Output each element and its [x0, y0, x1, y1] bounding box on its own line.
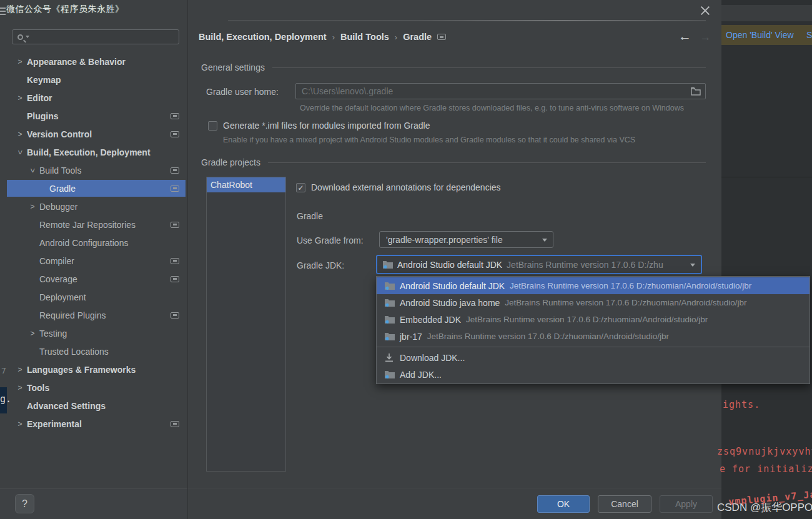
- chevron-down-icon: [542, 239, 547, 242]
- jdk-option-jbr-17[interactable]: jbr-17JetBrains Runtime version 17.0.6 D…: [377, 328, 810, 345]
- jdk-option-detail: JetBrains Runtime version 17.0.6 D:/zhuo…: [510, 281, 751, 290]
- monitor-icon: [171, 113, 179, 119]
- jdk-option-add-jdk[interactable]: Add JDK...: [377, 366, 810, 383]
- breadcrumb-separator: ›: [332, 32, 335, 42]
- chevron-right-icon[interactable]: >: [15, 365, 25, 374]
- settings-search-box[interactable]: [12, 29, 179, 44]
- search-input[interactable]: [29, 32, 179, 42]
- sidebar-item-android-configurations[interactable]: >Android Configurations: [0, 234, 187, 252]
- ok-button[interactable]: OK: [537, 495, 590, 513]
- editor-char-fragment: g.: [0, 393, 11, 405]
- editor-selection-fragment: g.: [0, 387, 7, 413]
- chevron-down-icon[interactable]: >: [16, 147, 24, 157]
- csdn-watermark: CSDN @振华OPPO: [717, 500, 812, 515]
- gradle-jdk-combobox[interactable]: Android Studio default JDK JetBrains Run…: [376, 255, 702, 274]
- cancel-button[interactable]: Cancel: [598, 495, 651, 513]
- chevron-right-icon[interactable]: >: [15, 57, 25, 66]
- settings-tree: >Appearance & Behavior>Keymap>Editor>Plu…: [0, 52, 187, 433]
- jdk-option-embedded-jdk[interactable]: Embedded JDKJetBrains Runtime version 17…: [377, 311, 810, 328]
- sidebar-item-coverage[interactable]: >Coverage: [0, 270, 187, 288]
- sidebar-item-deployment[interactable]: >Deployment: [0, 288, 187, 306]
- download-annotations-checkbox[interactable]: [296, 183, 305, 192]
- download-annotations-label[interactable]: Download external annotations for depend…: [311, 182, 501, 192]
- section-title: Gradle projects: [201, 157, 260, 167]
- sidebar-item-languages-frameworks[interactable]: >Languages & Frameworks: [0, 360, 187, 378]
- generate-iml-checkbox[interactable]: [208, 121, 217, 131]
- jdk-option-android-studio-default-jdk[interactable]: Android Studio default JDKJetBrains Runt…: [377, 277, 810, 294]
- breadcrumb-segment[interactable]: Build, Execution, Deployment: [199, 32, 327, 42]
- sidebar-footer: ?: [0, 488, 187, 519]
- sidebar-item-debugger[interactable]: >Debugger: [0, 197, 187, 215]
- build-notification-bar: Open 'Build' View S: [721, 25, 812, 45]
- code-fragment: e for initializa: [720, 463, 812, 475]
- jdk-option-name: Android Studio default JDK: [400, 281, 505, 291]
- help-button[interactable]: ?: [15, 494, 34, 513]
- sidebar-item-gradle[interactable]: >Gradle: [0, 179, 187, 197]
- sidebar-item-advanced-settings[interactable]: >Advanced Settings: [0, 397, 187, 415]
- monitor-icon: [171, 276, 179, 282]
- background-divider: [721, 177, 812, 177]
- back-arrow-icon[interactable]: ←: [678, 29, 691, 44]
- settings-dialog-screen: Open 'Build' View S ← → 7 g. 微信公众号《程序员朱永…: [0, 0, 812, 519]
- chevron-right-icon[interactable]: >: [15, 130, 25, 139]
- sidebar-item-testing[interactable]: >Testing: [0, 324, 187, 342]
- jdk-option-name: Embedded JDK: [400, 315, 461, 325]
- close-icon[interactable]: [699, 4, 711, 17]
- sidebar-item-build-tools[interactable]: >Build Tools: [0, 161, 187, 179]
- jdk-option-android-studio-java-home[interactable]: Android Studio java homeJetBrains Runtim…: [377, 294, 810, 311]
- forward-arrow-icon[interactable]: →: [700, 31, 711, 44]
- sidebar-item-label: Gradle: [49, 184, 76, 194]
- gradle-user-home-input[interactable]: C:\Users\lenovo\.gradle: [295, 83, 706, 99]
- gradle-subsection-title: Gradle: [297, 211, 323, 221]
- sidebar-item-version-control[interactable]: >Version Control: [0, 125, 187, 143]
- jdk-option-download-jdk[interactable]: Download JDK...: [377, 349, 810, 366]
- breadcrumb-segment[interactable]: Build Tools: [340, 32, 389, 42]
- breadcrumb-separator: ›: [395, 32, 397, 42]
- breadcrumb-segment[interactable]: Gradle: [403, 32, 432, 42]
- gradle-jdk-label: Gradle JDK:: [297, 260, 344, 270]
- monitor-icon: [171, 421, 179, 427]
- jdk-option-detail: JetBrains Runtime version 17.0.6 D:/zhuo…: [505, 298, 746, 307]
- section-title: General settings: [201, 62, 265, 72]
- generate-iml-label[interactable]: Generate *.iml files for modules importe…: [223, 121, 430, 131]
- monitor-icon: [171, 258, 179, 264]
- open-build-view-link[interactable]: Open 'Build' View: [726, 30, 794, 40]
- project-item-chatrobot[interactable]: ChatRobot: [207, 177, 285, 192]
- sidebar-item-editor[interactable]: >Editor: [0, 89, 187, 107]
- monitor-icon: [171, 185, 179, 192]
- chevron-right-icon[interactable]: >: [27, 202, 37, 211]
- sidebar-item-label: Coverage: [39, 274, 77, 284]
- monitor-icon: [171, 131, 179, 137]
- sidebar-divider: [187, 0, 188, 519]
- gradle-projects-list: ChatRobot: [206, 177, 286, 472]
- sidebar-item-required-plugins[interactable]: >Required Plugins: [0, 306, 187, 324]
- sidebar-item-experimental[interactable]: >Experimental: [0, 415, 187, 433]
- chevron-right-icon[interactable]: >: [15, 383, 25, 392]
- sidebar-item-trusted-locations[interactable]: >Trusted Locations: [0, 342, 187, 360]
- sidebar-item-keymap[interactable]: >Keymap: [0, 71, 187, 89]
- gradle-user-home-hint: Override the default location where Grad…: [300, 104, 684, 112]
- use-gradle-from-combobox[interactable]: 'gradle-wrapper.properties' file: [379, 231, 553, 248]
- sidebar-item-label: Required Plugins: [39, 310, 106, 320]
- jdk-option-detail: JetBrains Runtime version 17.0.6 D:/zhuo…: [427, 332, 669, 341]
- sidebar-item-label: Android Configurations: [39, 238, 128, 248]
- sidebar-item-label: Trusted Locations: [39, 347, 109, 357]
- chevron-right-icon[interactable]: >: [15, 420, 25, 428]
- sidebar-item-label: Experimental: [27, 419, 82, 429]
- wechat-watermark: 微信公众号《程序员朱永胜》: [6, 4, 124, 15]
- video-artifact-line: [228, 20, 706, 21]
- sidebar-item-tools[interactable]: >Tools: [0, 378, 187, 397]
- sidebar-item-remote-jar-repositories[interactable]: >Remote Jar Repositories: [0, 215, 187, 234]
- sidebar-item-label: Keymap: [27, 75, 61, 85]
- sidebar-item-plugins[interactable]: >Plugins: [0, 107, 187, 125]
- jdk-folder-icon: [385, 332, 395, 340]
- monitor-icon: [171, 312, 179, 319]
- folder-browse-icon[interactable]: [691, 87, 701, 97]
- jdk-option-detail: JetBrains Runtime version 17.0.6 D:/zhuo…: [466, 315, 708, 324]
- chevron-right-icon[interactable]: >: [27, 329, 37, 338]
- chevron-down-icon[interactable]: >: [28, 166, 37, 175]
- chevron-right-icon[interactable]: >: [15, 94, 25, 102]
- sidebar-item-appearance-behavior[interactable]: >Appearance & Behavior: [0, 52, 187, 71]
- sidebar-item-build-execution-deployment[interactable]: >Build, Execution, Deployment: [0, 143, 187, 161]
- sidebar-item-compiler[interactable]: >Compiler: [0, 252, 187, 270]
